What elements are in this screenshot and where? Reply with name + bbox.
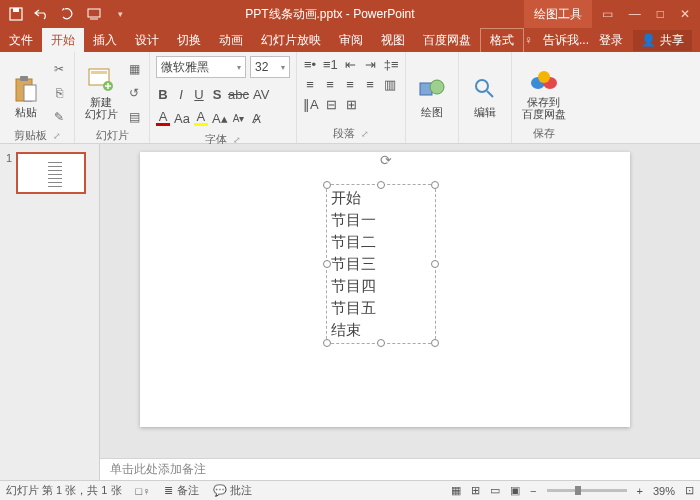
line-spacing-button[interactable]: ‡≡ — [384, 56, 399, 72]
selected-textbox[interactable]: 开始 节目一 节目二 节目三 节目四 节目五 结束 — [326, 184, 436, 344]
columns-button[interactable]: ▥ — [383, 76, 397, 92]
start-from-beginning-icon[interactable] — [86, 6, 102, 22]
normal-view-icon[interactable]: ▦ — [451, 484, 461, 497]
paragraph-launcher-icon[interactable]: ⤢ — [361, 129, 369, 139]
resize-handle[interactable] — [431, 339, 439, 347]
undo-icon[interactable] — [34, 6, 50, 22]
align-left-button[interactable]: ≡ — [303, 76, 317, 92]
tab-transition[interactable]: 切换 — [168, 28, 210, 52]
zoom-out-icon[interactable]: − — [530, 485, 536, 497]
font-color-button[interactable]: A — [156, 110, 170, 126]
tab-animation[interactable]: 动画 — [210, 28, 252, 52]
slide-thumbnail[interactable]: 1 — [6, 152, 93, 194]
qat-dropdown-icon[interactable]: ▾ — [112, 6, 128, 22]
tab-slideshow[interactable]: 幻灯片放映 — [252, 28, 330, 52]
resize-handle[interactable] — [323, 260, 331, 268]
section-icon[interactable]: ▤ — [125, 108, 143, 126]
maximize-icon[interactable]: □ — [657, 7, 664, 21]
login-button[interactable]: 登录 — [599, 32, 623, 49]
textbox-content[interactable]: 开始 节目一 节目二 节目三 节目四 节目五 结束 — [327, 185, 435, 343]
group-font: 微软雅黑▾ 32▾ B I U S abc AV A Aa A A▴ A▾ A̷… — [150, 52, 297, 143]
sorter-view-icon[interactable]: ⊞ — [471, 484, 480, 497]
copy-icon[interactable]: ⎘ — [50, 84, 68, 102]
comments-toggle[interactable]: 💬 批注 — [213, 483, 252, 498]
slides-group-label: 幻灯片 — [81, 126, 143, 143]
drawing-button[interactable]: 绘图 — [412, 56, 452, 120]
font-size-combo[interactable]: 32▾ — [250, 56, 290, 78]
rotate-handle-icon[interactable]: ⟳ — [380, 152, 392, 168]
editing-button[interactable]: 编辑 — [465, 56, 505, 120]
bullets-button[interactable]: ≡• — [303, 56, 317, 72]
font-name-combo[interactable]: 微软雅黑▾ — [156, 56, 246, 78]
text-direction-button[interactable]: ‖A — [303, 96, 319, 112]
share-button[interactable]: 👤 共享 — [633, 30, 692, 51]
resize-handle[interactable] — [323, 339, 331, 347]
change-case-button[interactable]: Aa — [174, 110, 190, 126]
close-icon[interactable]: ✕ — [680, 7, 690, 21]
paste-icon — [12, 75, 40, 103]
tab-review[interactable]: 审阅 — [330, 28, 372, 52]
resize-handle[interactable] — [431, 260, 439, 268]
tab-format[interactable]: 格式 — [480, 28, 524, 52]
notes-toggle[interactable]: ≣ 备注 — [164, 483, 198, 498]
paste-button[interactable]: 粘贴 — [6, 56, 46, 120]
numbering-button[interactable]: ≡1 — [323, 56, 338, 72]
save-to-baidu-button[interactable]: 保存到 百度网盘 — [518, 56, 570, 120]
align-text-button[interactable]: ⊟ — [325, 96, 339, 112]
clipboard-launcher-icon[interactable]: ⤢ — [53, 131, 61, 141]
zoom-slider[interactable] — [547, 489, 627, 492]
new-slide-button[interactable]: 新建 幻灯片 — [81, 56, 121, 120]
slideshow-view-icon[interactable]: ▣ — [510, 484, 520, 497]
reading-view-icon[interactable]: ▭ — [490, 484, 500, 497]
save-baidu-label: 保存到 百度网盘 — [522, 96, 566, 120]
slide-canvas[interactable]: ⟳ 开始 节目一 节目二 节目三 节目四 — [100, 144, 700, 458]
shrink-font-button[interactable]: A▾ — [232, 110, 246, 126]
baidu-cloud-icon — [530, 66, 558, 94]
layout-icon[interactable]: ▦ — [125, 60, 143, 78]
ribbon-options-icon[interactable]: ▭ — [602, 7, 613, 21]
highlight-button[interactable]: A — [194, 110, 208, 126]
font-size-value: 32 — [255, 60, 268, 74]
format-painter-icon[interactable]: ✎ — [50, 108, 68, 126]
redo-icon[interactable] — [60, 6, 76, 22]
tab-file[interactable]: 文件 — [0, 28, 42, 52]
tell-me-input[interactable]: 告诉我... — [543, 32, 589, 49]
reset-icon[interactable]: ↺ — [125, 84, 143, 102]
tab-insert[interactable]: 插入 — [84, 28, 126, 52]
window-controls: ▭ — □ ✕ — [592, 7, 700, 21]
smartart-button[interactable]: ⊞ — [345, 96, 359, 112]
justify-button[interactable]: ≡ — [363, 76, 377, 92]
align-center-button[interactable]: ≡ — [323, 76, 337, 92]
underline-button[interactable]: U — [192, 86, 206, 102]
zoom-level[interactable]: 39% — [653, 485, 675, 497]
tab-home[interactable]: 开始 — [42, 28, 84, 52]
minimize-icon[interactable]: — — [629, 7, 641, 21]
save-icon[interactable] — [8, 6, 24, 22]
resize-handle[interactable] — [431, 181, 439, 189]
font-launcher-icon[interactable]: ⤢ — [233, 135, 241, 145]
zoom-in-icon[interactable]: + — [637, 485, 643, 497]
spacing-button[interactable]: AV — [253, 86, 269, 102]
bold-button[interactable]: B — [156, 86, 170, 102]
clear-format-button[interactable]: A̷ — [250, 110, 264, 126]
italic-button[interactable]: I — [174, 86, 188, 102]
tab-baidu[interactable]: 百度网盘 — [414, 28, 480, 52]
fit-window-icon[interactable]: ⊡ — [685, 484, 694, 497]
cut-icon[interactable]: ✂ — [50, 60, 68, 78]
align-right-button[interactable]: ≡ — [343, 76, 357, 92]
tab-view[interactable]: 视图 — [372, 28, 414, 52]
indent-increase-button[interactable]: ⇥ — [364, 56, 378, 72]
strikethrough-button[interactable]: abc — [228, 86, 249, 102]
shadow-button[interactable]: S — [210, 86, 224, 102]
spellcheck-icon[interactable]: □♀ — [136, 485, 151, 497]
tab-design[interactable]: 设计 — [126, 28, 168, 52]
notes-pane[interactable]: 单击此处添加备注 — [100, 458, 700, 480]
group-paragraph: ≡• ≡1 ⇤ ⇥ ‡≡ ≡ ≡ ≡ ≡ ▥ ‖A ⊟ ⊞ 段落⤢ — [297, 52, 406, 143]
text-line: 节目二 — [331, 231, 431, 253]
svg-point-14 — [538, 71, 550, 83]
indent-decrease-button[interactable]: ⇤ — [344, 56, 358, 72]
grow-font-button[interactable]: A▴ — [212, 110, 228, 126]
resize-handle[interactable] — [323, 181, 331, 189]
resize-handle[interactable] — [377, 339, 385, 347]
resize-handle[interactable] — [377, 181, 385, 189]
